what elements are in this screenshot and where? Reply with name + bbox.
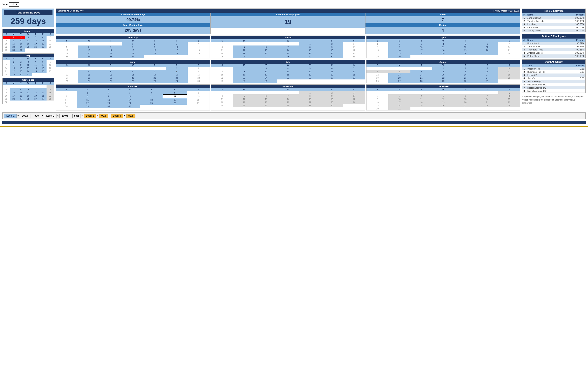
legend-level2: 90% < Level 2 < 100% — [33, 114, 70, 118]
august-header: August — [366, 60, 520, 64]
active-employees-label: Total Active Employees — [210, 13, 365, 16]
june-calendar: June SMTWTFS 12 3456789 10111213141516 1… — [56, 60, 210, 83]
list-item: 4Lana Lane100.00% — [522, 26, 586, 29]
list-item: 8Miscellaneous (M3)- — [522, 89, 586, 93]
footnote2: * Used Absences is the average of absenc… — [522, 98, 586, 105]
september-calendar: September SMTWTFS 1 234 567 8 91011 1213… — [2, 78, 54, 104]
footnote1: * Top/bottom employees excluded this yea… — [522, 95, 586, 98]
list-item: 5Jimmy Parker100.00% — [522, 29, 586, 32]
used-absences-title: Used Absences — [522, 59, 586, 64]
months-row3: October SMTWTFS 123456 78910111213 14151… — [56, 84, 520, 111]
list-item: 4Antonio Bracey100.00% — [522, 51, 586, 55]
attendance-value: 99.74% — [56, 16, 210, 23]
november-header: November — [211, 85, 365, 88]
october-calendar: October SMTWTFS 123456 78910111213 14151… — [56, 84, 210, 111]
legend-level1: Level 1 = 100% — [4, 114, 30, 118]
bottom5-col-header: Present — [563, 38, 586, 42]
twd-value: 259 days — [4, 17, 52, 26]
list-item: 2Jack Banner98.52% — [522, 45, 586, 48]
active-employees-section: Total Active Employees 19 — [210, 13, 365, 34]
list-item: 3Theodore Rose99.26% — [522, 48, 586, 51]
working-days-value: 203 days — [56, 27, 210, 34]
stats-container: Statistic As Of Today >>> Friday, Octobe… — [56, 9, 520, 34]
bottom5-panel: Bottom 5 Employees # Name Present 1Bruce… — [522, 34, 586, 58]
list-item: 5Peter Olsen100.00% — [522, 55, 586, 57]
working-days-label: Total Working Days — [56, 23, 210, 27]
july-header: July — [211, 60, 365, 64]
list-item: 2Business Trip (BT)0.16 — [522, 70, 586, 74]
november-calendar: November SMTWTFS 123 45678910 1112131415… — [211, 84, 365, 111]
legend-level4: Level 4 < 80% — [111, 114, 135, 118]
middle-column: Statistic As Of Today >>> Friday, Octobe… — [56, 9, 520, 111]
stats-header-left: Statistic As Of Today >>> — [58, 10, 84, 12]
right-column: Top 5 Employees # Name Present 1Jane Sul… — [522, 9, 586, 104]
list-item: 1Vacation (V)0.16 — [522, 67, 586, 70]
july-calendar: July SMTWTFS 1234567 891011121314 151617… — [211, 60, 365, 83]
hired-value: 7 — [365, 16, 520, 23]
january-calendar: January SMTWTFS 123 456 7 8910 111213 14… — [2, 29, 54, 52]
list-item: 6Miscellaneous (M1)- — [522, 83, 586, 86]
october-header: October — [56, 85, 210, 88]
hired-label: Hired — [365, 13, 520, 16]
march-calendar: March SMTWTFS 123 45678910 1112131415161… — [211, 36, 365, 58]
list-item: 3Leave (L)- — [522, 74, 586, 77]
active-employees-value: 19 — [210, 16, 365, 28]
list-item: 4Sick (S)0.08 — [522, 77, 586, 80]
september-header: September — [2, 78, 54, 82]
hired-section: Hired 7 Resign 4 — [365, 13, 520, 34]
list-item: 5Sick Leave (SL)- — [522, 80, 586, 83]
footnotes: * Top/bottom employees excluded this yea… — [522, 95, 586, 104]
year-label: Year — [2, 3, 8, 6]
year-value: 2012 — [9, 2, 19, 7]
may-calendar: May SMTWTFS 12 345 6 789 101112 13 14151… — [2, 54, 54, 76]
top5-title: Top 5 Employees — [522, 9, 586, 13]
resign-value: 4 — [365, 27, 520, 34]
august-calendar: August SMTWTFS 1234 567891011 1213141516… — [366, 60, 520, 83]
used-absences-panel: Used Absences # Type Av/Em * 1Vacation (… — [522, 59, 586, 93]
attendance-label: Attendance Percentage — [56, 13, 210, 16]
february-calendar: February SMTWTFS 1234 567891011 12131415… — [56, 36, 210, 58]
left-column: Total Working Days 259 days January SMTW… — [2, 9, 54, 104]
february-header: February — [56, 36, 210, 39]
may-header: May — [2, 54, 54, 57]
list-item: 1Jane Sullivan100.00% — [522, 16, 586, 19]
legend-bar: Level 1 = 100% 90% < Level 2 < 100% 80% … — [2, 113, 586, 119]
twd-title: Total Working Days — [4, 10, 52, 15]
stats-header-right: Friday, October 12, 2012 — [494, 10, 519, 12]
absences-col-header: Av/Em * — [566, 64, 586, 67]
resign-label: Resign — [365, 23, 520, 27]
april-calendar: April SMTWTFS 1234567 891011121314 15161… — [366, 36, 520, 58]
june-header: June — [56, 60, 210, 64]
december-calendar: December SMTWTFS 1 2345678 9101112131415… — [366, 84, 520, 111]
total-working-days-box: Total Working Days 259 days — [2, 9, 54, 27]
months-row1: February SMTWTFS 1234 567891011 12131415… — [56, 36, 520, 58]
footer-bar — [2, 121, 586, 124]
december-header: December — [366, 85, 520, 88]
list-item: 2Timothy Lazenbi100.00% — [522, 19, 586, 23]
legend-level3: 80% < Level 3 < 90% — [72, 114, 108, 118]
attendance-section: Attendance Percentage 99.74% Total Worki… — [56, 13, 210, 34]
top5-col-header: Present — [563, 13, 586, 16]
list-item: 1Bruce Kent98.52% — [522, 42, 586, 45]
march-header: March — [211, 36, 365, 39]
april-header: April — [366, 36, 520, 39]
bottom5-title: Bottom 5 Employees — [522, 34, 586, 38]
list-item: 3Lois Lang100.00% — [522, 23, 586, 26]
list-item: 7Miscellaneous (M2)- — [522, 86, 586, 89]
january-header: January — [2, 29, 54, 33]
months-row2: June SMTWTFS 12 3456789 10111213141516 1… — [56, 60, 520, 83]
top5-panel: Top 5 Employees # Name Present 1Jane Sul… — [522, 9, 586, 32]
